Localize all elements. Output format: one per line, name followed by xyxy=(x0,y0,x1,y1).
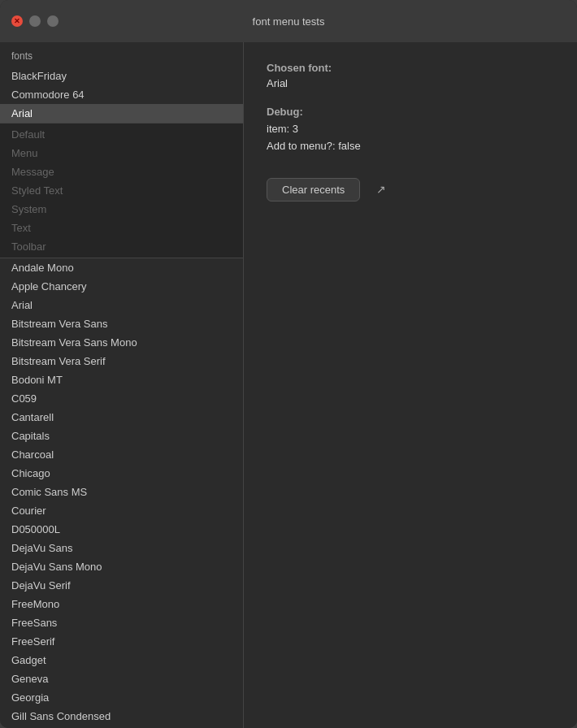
list-item[interactable]: Bitstream Vera Sans xyxy=(0,314,243,333)
list-item[interactable]: Menu xyxy=(0,144,243,162)
list-item[interactable]: Geneva xyxy=(0,670,243,688)
list-item[interactable]: FreeMono xyxy=(0,595,243,613)
list-item[interactable]: Capitals xyxy=(0,427,243,445)
cursor-icon: ↗ xyxy=(376,183,386,196)
list-item[interactable]: Commodore 64 xyxy=(0,85,243,104)
grayed-section: Default Menu Message Styled Text System … xyxy=(0,123,243,258)
sidebar-label: fonts xyxy=(0,42,243,67)
clear-recents-button[interactable]: Clear recents xyxy=(267,178,360,202)
list-item[interactable]: Courier xyxy=(0,501,243,520)
list-item[interactable]: Chicago xyxy=(0,464,243,483)
debug-line2: Add to menu?: false xyxy=(267,140,361,152)
list-item[interactable]: Charcoal xyxy=(0,445,243,464)
list-item[interactable]: Bodoni MT xyxy=(0,370,243,389)
main-panel: Chosen font: Arial Debug: item: 3 Add to… xyxy=(244,42,577,728)
list-item[interactable]: D050000L xyxy=(0,520,243,539)
list-item[interactable]: Comic Sans MS xyxy=(0,483,243,501)
list-item[interactable]: DejaVu Sans xyxy=(0,539,243,557)
list-item[interactable]: Apple Chancery xyxy=(0,277,243,296)
content-area: fonts BlackFriday Commodore 64 Arial Def… xyxy=(0,42,577,728)
list-item[interactable]: Cantarell xyxy=(0,408,243,427)
chosen-font-label: Chosen font: xyxy=(267,62,554,74)
list-item[interactable]: Default xyxy=(0,125,243,144)
list-item[interactable]: Bitstream Vera Sans Mono xyxy=(0,333,243,352)
list-item[interactable]: Text xyxy=(0,219,243,237)
list-item[interactable]: FreeSerif xyxy=(0,632,243,651)
list-item[interactable]: System xyxy=(0,200,243,219)
debug-label: Debug: xyxy=(267,106,554,118)
minimize-button[interactable] xyxy=(29,15,41,27)
list-item[interactable]: Arial xyxy=(0,296,243,314)
list-item[interactable]: Andale Mono xyxy=(0,258,243,277)
list-item[interactable]: Toolbar xyxy=(0,237,243,256)
close-button[interactable]: ✕ xyxy=(11,15,23,27)
traffic-lights: ✕ xyxy=(11,15,59,27)
maximize-button[interactable] xyxy=(47,15,59,27)
list-item[interactable]: C059 xyxy=(0,389,243,408)
list-item[interactable]: DejaVu Serif xyxy=(0,576,243,595)
list-item[interactable]: Gadget xyxy=(0,651,243,670)
list-item-arial-recent[interactable]: Arial xyxy=(0,104,243,123)
list-item[interactable]: DejaVu Sans Mono xyxy=(0,557,243,576)
list-item[interactable]: Georgia xyxy=(0,688,243,707)
main-window: ✕ font menu tests fonts BlackFriday Comm… xyxy=(0,0,577,728)
titlebar: ✕ font menu tests xyxy=(0,0,577,42)
debug-value: item: 3 Add to menu?: false xyxy=(267,121,554,155)
list-item[interactable]: Styled Text xyxy=(0,181,243,200)
list-item[interactable]: Bitstream Vera Serif xyxy=(0,352,243,370)
window-title: font menu tests xyxy=(253,15,325,28)
list-item[interactable]: Message xyxy=(0,162,243,181)
debug-line1: item: 3 xyxy=(267,123,298,135)
list-item[interactable]: BlackFriday xyxy=(0,67,243,85)
list-item[interactable]: FreeSans xyxy=(0,613,243,632)
chosen-font-value: Arial xyxy=(267,77,554,89)
sidebar[interactable]: fonts BlackFriday Commodore 64 Arial Def… xyxy=(0,42,244,728)
all-fonts-list: Andale MonoApple ChanceryArialBitstream … xyxy=(0,258,243,726)
list-item[interactable]: Gill Sans Condensed xyxy=(0,707,243,726)
